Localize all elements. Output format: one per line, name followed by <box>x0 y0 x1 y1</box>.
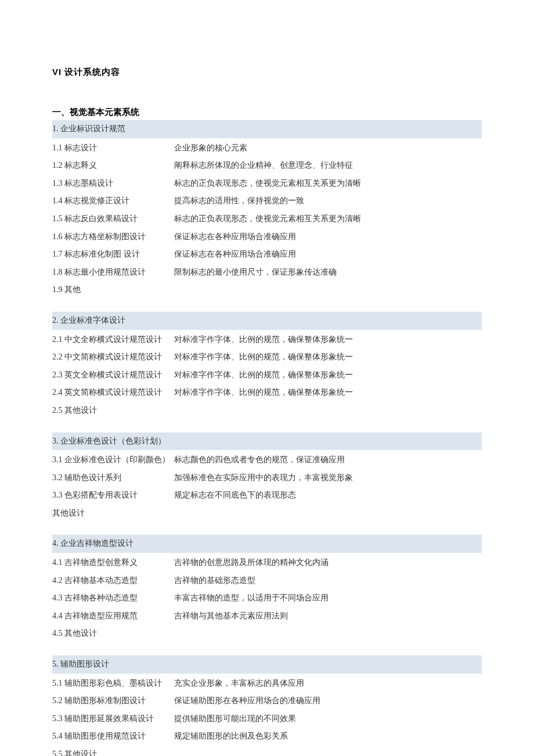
item-row: 1.8 标志最小使用规范设计限制标志的最小使用尺寸，保证形象传达准确 <box>52 264 482 282</box>
item-description: 标志的正负表现形态，使视觉元素相互关系更为清晰 <box>174 211 482 227</box>
item-description: 吉祥物与其他基本元素应用法则 <box>174 609 482 624</box>
item-description: 企业形象的核心元素 <box>174 141 482 156</box>
item-label: 5.3 辅助图形延展效果稿设计 <box>52 711 174 727</box>
item-row: 2.5 其他设计 <box>52 402 482 420</box>
item-label: 1.2 标志释义 <box>52 158 174 174</box>
item-label: 2.5 其他设计 <box>52 403 174 419</box>
item-description: 规定辅助图形的比例及色彩关系 <box>174 729 482 744</box>
item-row: 1.1 标志设计企业形象的核心元素 <box>52 139 482 157</box>
item-label: 1.8 标志最小使用规范设计 <box>52 265 174 280</box>
item-label: 2.4 英文简称横式设计规范设计 <box>52 385 174 401</box>
item-label: 1.9 其他 <box>52 282 174 298</box>
item-row: 2.3 英文全称横式设计规范设计对标准字作字体、比例的规范，确保整体形象统一 <box>52 366 482 384</box>
item-row: 5.5 其他设计 <box>52 746 482 756</box>
item-row: 1.9 其他 <box>52 281 482 299</box>
spacer <box>52 643 482 650</box>
group-header: 5. 辅助图形设计 <box>52 656 482 674</box>
item-row: 1.5 标志反白效果稿设计标志的正负表现形态，使视觉元素相互关系更为清晰 <box>52 210 482 228</box>
item-row: 5.4 辅助图形使用规范设计规定辅助图形的比例及色彩关系 <box>52 728 482 746</box>
item-label: 3.3 色彩搭配专用表设计 <box>52 488 174 503</box>
group-header: 2. 企业标准字体设计 <box>52 312 482 330</box>
item-description: 充实企业形象，丰富标志的具体应用 <box>174 676 482 692</box>
item-label: 其他设计 <box>52 506 174 521</box>
spacer <box>52 299 482 306</box>
item-description: 保证辅助图形在各种应用场合的准确应用 <box>174 693 482 709</box>
item-label: 2.1 中文全称横式设计规范设计 <box>52 332 174 348</box>
item-description: 规定标志在不同底色下的表现形态 <box>174 488 482 503</box>
item-label: 3.2 辅助色设计系列 <box>52 470 174 486</box>
item-row: 3.3 色彩搭配专用表设计规定标志在不同底色下的表现形态 <box>52 487 482 505</box>
item-description: 对标准字作字体、比例的规范，确保整体形象统一 <box>174 332 482 348</box>
item-label: 5.1 辅助图形彩色稿、墨稿设计 <box>52 676 174 692</box>
item-label: 4.1 吉祥物造型创意释义 <box>52 555 174 571</box>
item-label: 4.4 吉祥物造型应用规范 <box>52 609 174 624</box>
item-description: 丰富吉祥物的造型，以适用于不同场合应用 <box>174 591 482 606</box>
item-row: 5.1 辅助图形彩色稿、墨稿设计充实企业形象，丰富标志的具体应用 <box>52 675 482 693</box>
item-row: 5.3 辅助图形延展效果稿设计提供辅助图形可能出现的不同效果 <box>52 710 482 728</box>
item-description: 保证标志在各种应用场合准确应用 <box>174 247 482 262</box>
item-description: 标志颜色的四色或者专色的规范，保证准确应用 <box>174 452 482 468</box>
item-row: 4.5 其他设计 <box>52 625 482 643</box>
group-header: 4. 企业吉祥物造型设计 <box>52 535 482 553</box>
item-label: 4.3 吉祥物各种动态造型 <box>52 591 174 606</box>
item-row: 其他设计 <box>52 505 482 523</box>
spacer <box>52 522 482 529</box>
item-label: 1.7 标志标准化制图 设计 <box>52 247 174 262</box>
item-row: 4.4 吉祥物造型应用规范吉祥物与其他基本元素应用法则 <box>52 607 482 625</box>
item-label: 1.1 标志设计 <box>52 141 174 156</box>
item-label: 5.4 辅助图形使用规范设计 <box>52 729 174 744</box>
item-row: 4.2 吉祥物基本动态造型吉祥物的基础形态造型 <box>52 572 482 590</box>
item-description: 提供辅助图形可能出现的不同效果 <box>174 711 482 727</box>
item-row: 2.4 英文简称横式设计规范设计对标准字作字体、比例的规范，确保整体形象统一 <box>52 384 482 402</box>
item-description: 吉祥物的创意思路及所体现的精神文化内涵 <box>174 555 482 571</box>
content-container: 1. 企业标识设计规范1.1 标志设计企业形象的核心元素1.2 标志释义阐释标志… <box>52 120 482 756</box>
item-row: 3.1 企业标准色设计（印刷颜色）标志颜色的四色或者专色的规范，保证准确应用 <box>52 451 482 469</box>
group-header: 1. 企业标识设计规范 <box>52 120 482 138</box>
item-row: 2.2 中文简称横式设计规范设计对标准字作字体、比例的规范，确保整体形象统一 <box>52 348 482 366</box>
item-label: 1.4 标志视觉修正设计 <box>52 193 174 209</box>
group-header: 3. 企业标准色设计（色彩计划） <box>52 433 482 451</box>
item-description: 提高标志的适用性，保持视觉的一致 <box>174 193 482 209</box>
item-row: 1.4 标志视觉修正设计提高标志的适用性，保持视觉的一致 <box>52 192 482 210</box>
item-description: 对标准字作字体、比例的规范，确保整体形象统一 <box>174 350 482 365</box>
document-title: VI 设计系统内容 <box>52 64 482 81</box>
item-label: 4.5 其他设计 <box>52 626 174 642</box>
item-description: 对标准字作字体、比例的规范，确保整体形象统一 <box>174 385 482 401</box>
item-row: 2.1 中文全称横式设计规范设计对标准字作字体、比例的规范，确保整体形象统一 <box>52 331 482 349</box>
item-label: 1.6 标志方格坐标制图设计 <box>52 229 174 245</box>
item-row: 1.7 标志标准化制图 设计保证标志在各种应用场合准确应用 <box>52 246 482 264</box>
item-label: 5.2 辅助图形标准制图设计 <box>52 693 174 709</box>
section-title: 一、视觉基本元素系统 <box>52 104 482 121</box>
item-label: 5.5 其他设计 <box>52 747 174 756</box>
item-description: 对标准字作字体、比例的规范，确保整体形象统一 <box>174 368 482 383</box>
item-row: 3.2 辅助色设计系列加强标准色在实际应用中的表现力，丰富视觉形象 <box>52 469 482 487</box>
item-description: 吉祥物的基础形态造型 <box>174 573 482 589</box>
item-description: 加强标准色在实际应用中的表现力，丰富视觉形象 <box>174 470 482 486</box>
item-row: 1.6 标志方格坐标制图设计保证标志在各种应用场合准确应用 <box>52 228 482 246</box>
item-row: 4.3 吉祥物各种动态造型丰富吉祥物的造型，以适用于不同场合应用 <box>52 589 482 607</box>
item-label: 3.1 企业标准色设计（印刷颜色） <box>52 452 174 468</box>
item-label: 2.3 英文全称横式设计规范设计 <box>52 368 174 383</box>
item-label: 1.5 标志反白效果稿设计 <box>52 211 174 227</box>
item-label: 1.3 标志墨稿设计 <box>52 176 174 192</box>
spacer <box>52 420 482 427</box>
item-row: 1.3 标志墨稿设计标志的正负表现形态，使视觉元素相互关系更为清晰 <box>52 175 482 193</box>
item-row: 5.2 辅助图形标准制图设计保证辅助图形在各种应用场合的准确应用 <box>52 692 482 710</box>
item-label: 4.2 吉祥物基本动态造型 <box>52 573 174 589</box>
item-description: 标志的正负表现形态，使视觉元素相互关系更为清晰 <box>174 176 482 192</box>
item-description: 保证标志在各种应用场合准确应用 <box>174 229 482 245</box>
item-row: 1.2 标志释义阐释标志所体现的企业精神、创意理念、行业特征 <box>52 157 482 175</box>
item-description: 阐释标志所体现的企业精神、创意理念、行业特征 <box>174 158 482 174</box>
item-description: 限制标志的最小使用尺寸，保证形象传达准确 <box>174 265 482 280</box>
item-row: 4.1 吉祥物造型创意释义吉祥物的创意思路及所体现的精神文化内涵 <box>52 554 482 572</box>
item-label: 2.2 中文简称横式设计规范设计 <box>52 350 174 365</box>
